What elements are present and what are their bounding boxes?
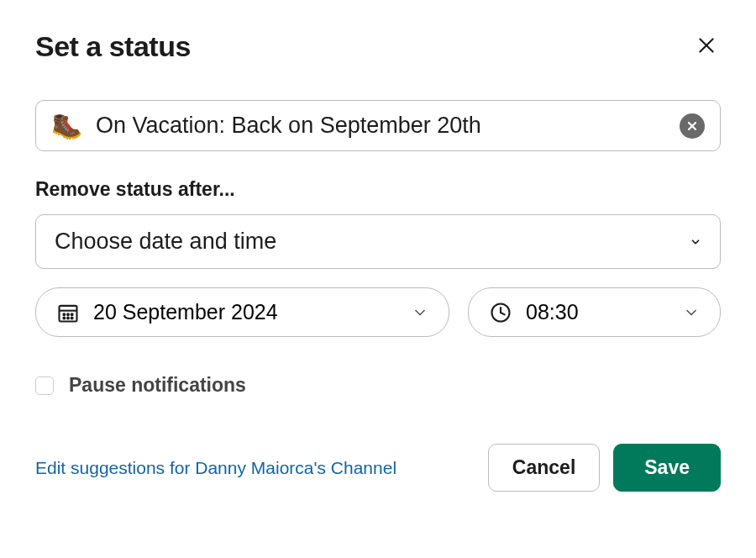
pause-notifications-row: Pause notifications: [35, 374, 721, 397]
status-emoji[interactable]: 🥾: [51, 113, 82, 139]
pause-notifications-checkbox[interactable]: [35, 376, 54, 395]
dialog-header: Set a status: [35, 30, 721, 63]
time-picker[interactable]: 08:30: [468, 287, 721, 337]
datetime-row: 20 September 2024 08:30: [35, 287, 721, 337]
edit-suggestions-link[interactable]: Edit suggestions for Danny Maiorca's Cha…: [35, 458, 396, 478]
svg-point-7: [67, 313, 69, 315]
clock-icon: [489, 301, 512, 324]
svg-point-10: [67, 317, 69, 318]
svg-point-6: [63, 313, 65, 315]
dialog-title: Set a status: [35, 30, 191, 63]
clear-status-button[interactable]: [680, 113, 705, 139]
chevron-down-icon: [412, 304, 428, 321]
cancel-button[interactable]: Cancel: [488, 444, 600, 492]
svg-line-14: [501, 313, 505, 314]
remove-after-label: Remove status after...: [35, 178, 721, 201]
svg-point-11: [71, 317, 73, 318]
clear-after-select[interactable]: Choose date and time: [35, 214, 721, 269]
footer-buttons: Cancel Save: [488, 444, 721, 492]
chevron-down-icon: [683, 304, 700, 321]
status-input-container: 🥾: [35, 100, 721, 151]
save-button[interactable]: Save: [613, 444, 721, 492]
status-text-input[interactable]: [96, 113, 666, 139]
close-button[interactable]: [692, 31, 721, 62]
svg-point-9: [63, 317, 65, 318]
close-icon: [696, 34, 717, 56]
date-value: 20 September 2024: [93, 300, 278, 324]
dialog-footer: Edit suggestions for Danny Maiorca's Cha…: [35, 444, 721, 492]
clear-icon: [686, 120, 698, 132]
date-picker[interactable]: 20 September 2024: [35, 287, 449, 337]
time-value: 08:30: [526, 300, 579, 324]
pause-notifications-label: Pause notifications: [69, 374, 246, 397]
svg-point-8: [71, 313, 73, 315]
calendar-icon: [56, 301, 80, 324]
chevron-down-icon: [690, 236, 701, 248]
clear-after-select-value: Choose date and time: [55, 229, 276, 255]
